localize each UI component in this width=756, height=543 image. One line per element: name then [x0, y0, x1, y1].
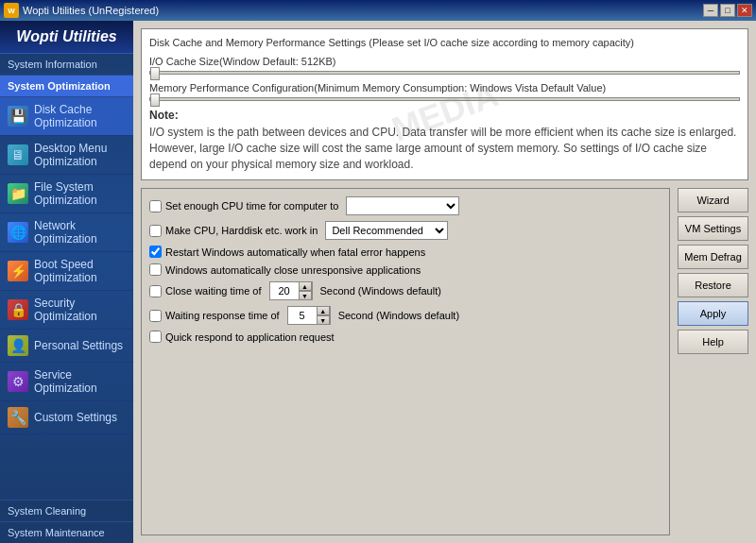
main-bottom: Set enough CPU time for computer to Make… [141, 188, 748, 535]
cpu-time-dropdown[interactable] [346, 196, 459, 215]
title-bar-left: W Wopti Utilities (UnRegistered) [4, 3, 159, 18]
waiting-response-checkbox-label[interactable]: Waiting response time of [149, 310, 280, 322]
file-system-icon: 📁 [8, 183, 28, 204]
sidebar-item-system-optimization[interactable]: System Optimization [0, 76, 133, 97]
memory-perf-slider-thumb[interactable] [150, 93, 160, 107]
vm-settings-button[interactable]: VM Settings [678, 216, 748, 241]
cpu-time-checkbox-label[interactable]: Set enough CPU time for computer to [149, 200, 338, 212]
network-icon: 🌐 [8, 222, 28, 243]
minimize-button[interactable]: ─ [703, 4, 718, 17]
maximize-button[interactable]: □ [720, 4, 735, 17]
sidebar-item-desktop-menu[interactable]: 🖥 Desktop Menu Optimization [0, 136, 133, 175]
sidebar-sub-items: 💾 Disk Cache Optimization 🖥 Desktop Menu… [0, 97, 133, 500]
close-waiting-input[interactable] [270, 282, 299, 299]
waiting-response-up-btn[interactable]: ▲ [317, 306, 330, 315]
waiting-response-input[interactable] [288, 307, 317, 324]
harddisk-label: Make CPU, Harddisk etc. work in [165, 225, 318, 236]
restore-button[interactable]: Restore [678, 273, 748, 297]
personal-icon: 👤 [8, 335, 28, 356]
sidebar: Wopti Utilities System Information Syste… [0, 21, 133, 543]
memory-perf-slider-track[interactable] [149, 97, 740, 101]
restart-label: Restart Windows automatically when fatal… [165, 246, 425, 258]
sidebar-item-security[interactable]: 🔒 Security Optimization [0, 291, 133, 330]
close-waiting-checkbox[interactable] [149, 285, 162, 297]
restart-checkbox-label[interactable]: Restart Windows automatically when fatal… [149, 246, 425, 258]
close-waiting-checkbox-label[interactable]: Close waiting time of [149, 285, 262, 297]
options-panel: Set enough CPU time for computer to Make… [141, 188, 670, 535]
sidebar-item-custom[interactable]: 🔧 Custom Settings [0, 401, 133, 434]
main-layout: Wopti Utilities System Information Syste… [0, 21, 756, 543]
harddisk-dropdown[interactable]: Dell Recommended Custom Default [325, 221, 448, 240]
auto-close-label: Windows automatically close unresponsive… [165, 264, 421, 276]
help-button[interactable]: Help [678, 330, 748, 354]
harddisk-row: Make CPU, Harddisk etc. work in Dell Rec… [149, 221, 662, 240]
file-system-label: File System Optimization [34, 180, 126, 207]
close-waiting-unit: Second (Windows default) [320, 285, 441, 297]
sidebar-item-system-cleaning[interactable]: System Cleaning [0, 500, 133, 521]
memory-perf-label: Memory Performance Configuration(Minimum… [149, 82, 740, 93]
sidebar-item-network[interactable]: 🌐 Network Optimization [0, 213, 133, 252]
top-panel: Disk Cache and Memory Performance Settin… [141, 28, 748, 180]
waiting-response-spinner-btns: ▲ ▼ [317, 306, 330, 325]
service-icon: ⚙ [8, 371, 28, 392]
sidebar-item-disk-cache[interactable]: 💾 Disk Cache Optimization [0, 97, 133, 136]
waiting-response-checkbox[interactable] [149, 310, 162, 322]
mem-defrag-button[interactable]: Mem Defrag [678, 245, 748, 269]
service-label: Service Optimization [34, 368, 126, 395]
desktop-menu-icon: 🖥 [8, 144, 28, 165]
sidebar-item-personal[interactable]: 👤 Personal Settings [0, 330, 133, 363]
waiting-response-down-btn[interactable]: ▼ [317, 315, 330, 325]
disk-cache-icon: 💾 [8, 106, 28, 127]
boot-speed-label: Boot Speed Optimization [34, 258, 126, 284]
custom-icon: 🔧 [8, 407, 28, 428]
restart-checkbox[interactable] [149, 246, 162, 258]
auto-close-checkbox-label[interactable]: Windows automatically close unresponsive… [149, 263, 421, 276]
window-controls: ─ □ ✕ [703, 4, 752, 17]
close-waiting-spinner[interactable]: ▲ ▼ [269, 281, 313, 300]
sidebar-item-service[interactable]: ⚙ Service Optimization [0, 363, 133, 401]
top-panel-title: Disk Cache and Memory Performance Settin… [149, 37, 740, 48]
quick-respond-checkbox-label[interactable]: Quick respond to application request [149, 331, 335, 343]
bottom-panel: Set enough CPU time for computer to Make… [141, 188, 670, 535]
io-cache-slider-track[interactable] [149, 71, 740, 75]
close-waiting-row: Close waiting time of ▲ ▼ Second (Window… [149, 281, 662, 300]
close-waiting-up-btn[interactable]: ▲ [299, 281, 312, 291]
cpu-time-checkbox[interactable] [149, 200, 162, 212]
personal-label: Personal Settings [34, 339, 123, 352]
close-waiting-down-btn[interactable]: ▼ [299, 291, 312, 300]
sidebar-item-file-system[interactable]: 📁 File System Optimization [0, 175, 133, 213]
sidebar-item-boot-speed[interactable]: ⚡ Boot Speed Optimization [0, 252, 133, 291]
note-label: Note: [149, 109, 740, 122]
io-cache-section: I/O Cache Size(Window Default: 512KB) [149, 56, 740, 75]
sidebar-item-system-maintenance[interactable]: System Maintenance [0, 521, 133, 543]
quick-respond-checkbox[interactable] [149, 331, 162, 343]
memory-perf-section: Memory Performance Configuration(Minimum… [149, 82, 740, 101]
apply-button[interactable]: Apply [678, 301, 748, 326]
cpu-time-label: Set enough CPU time for computer to [165, 200, 338, 212]
window-title: Wopti Utilities (UnRegistered) [23, 5, 159, 16]
security-label: Security Optimization [34, 297, 126, 323]
harddisk-checkbox-label[interactable]: Make CPU, Harddisk etc. work in [149, 225, 318, 237]
auto-close-row: Windows automatically close unresponsive… [149, 263, 662, 276]
waiting-response-unit: Second (Windows default) [338, 310, 459, 321]
auto-close-checkbox[interactable] [149, 263, 162, 276]
app-icon: W [4, 3, 19, 18]
network-label: Network Optimization [34, 219, 126, 246]
waiting-response-label: Waiting response time of [165, 310, 280, 321]
right-buttons: Wizard VM Settings Mem Defrag Restore Ap… [678, 188, 748, 535]
waiting-response-spinner[interactable]: ▲ ▼ [287, 306, 331, 325]
wizard-button[interactable]: Wizard [678, 188, 748, 212]
logo-text: Wopti Utilities [8, 28, 126, 45]
top-panel-wrapper: Disk Cache and Memory Performance Settin… [141, 28, 748, 188]
note-section: Note: I/O system is the path between dev… [149, 109, 740, 172]
sidebar-logo: Wopti Utilities [0, 21, 133, 54]
io-cache-slider-thumb[interactable] [150, 67, 160, 80]
io-cache-label: I/O Cache Size(Window Default: 512KB) [149, 56, 740, 67]
close-button[interactable]: ✕ [737, 4, 752, 17]
desktop-menu-label: Desktop Menu Optimization [34, 142, 126, 168]
waiting-response-row: Waiting response time of ▲ ▼ Second (Win… [149, 306, 662, 325]
close-waiting-label: Close waiting time of [165, 285, 262, 297]
sidebar-item-system-information[interactable]: System Information [0, 54, 133, 76]
harddisk-checkbox[interactable] [149, 225, 162, 237]
note-text: I/O system is the path between devices a… [149, 125, 740, 172]
